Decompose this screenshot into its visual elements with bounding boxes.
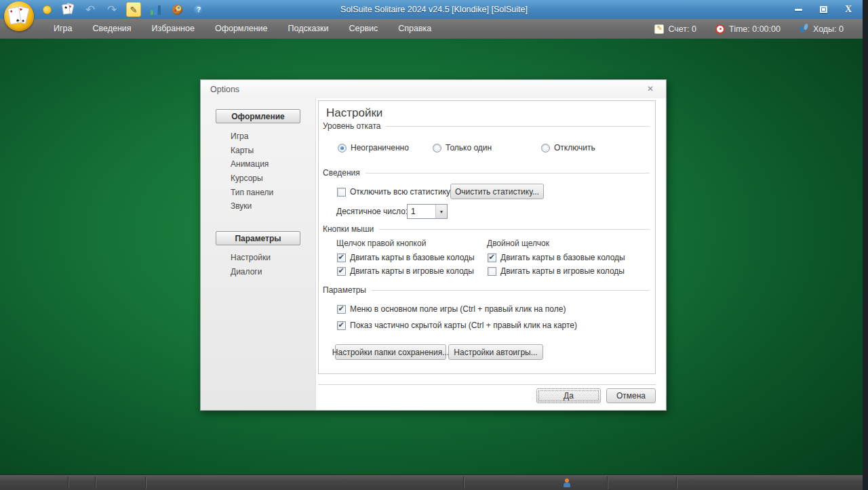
- autoplay-settings-button[interactable]: Настройки автоигры...: [448, 344, 543, 360]
- menu-statistics[interactable]: Сведения: [82, 19, 141, 39]
- radio-icon-selected: [338, 144, 347, 152]
- menu-service[interactable]: Сервис: [338, 19, 388, 39]
- app-logo: ♥♠ ♦♣: [4, 1, 34, 31]
- sidebar-item-animation[interactable]: Анимация: [231, 159, 269, 170]
- sidebar-item-cards[interactable]: Карты: [231, 146, 254, 157]
- cancel-button[interactable]: Отмена: [606, 388, 656, 403]
- settings-title: Настройки: [326, 106, 382, 120]
- checkbox-icon-checked: [337, 253, 346, 262]
- radio-icon: [541, 144, 550, 152]
- sidebar-item-dialogs[interactable]: Диалоги: [231, 267, 262, 278]
- dialog-sidebar: Оформление Игра Карты Анимация Курсоры Т…: [201, 98, 316, 410]
- menu-favorites[interactable]: Избранное: [142, 19, 205, 39]
- score-value: Счет: 0: [668, 24, 696, 34]
- sidebar-group-appearance[interactable]: Оформление: [216, 109, 300, 123]
- double-click-header: Двойной щелчок: [487, 239, 549, 248]
- sidebar-item-settings[interactable]: Настройки: [231, 253, 271, 264]
- statusbar-separator: [145, 476, 146, 489]
- menu-items: Игра Сведения Избранное Оформление Подск…: [0, 19, 441, 39]
- checkbox-disable-statistics[interactable]: Отключить всю статистику: [337, 186, 450, 197]
- footsteps-icon: [800, 24, 809, 34]
- restore-button[interactable]: [816, 3, 831, 16]
- radio-icon: [433, 144, 441, 152]
- radio-disable[interactable]: Отключить: [541, 142, 595, 153]
- player-icon: [563, 478, 571, 487]
- score-icon: ✎: [654, 24, 664, 34]
- radio-unlimited[interactable]: Неограниченно: [338, 142, 409, 153]
- right-click-header: Щелчок правой кнопкой: [336, 239, 426, 248]
- checkbox-icon-unchecked: [488, 267, 496, 276]
- sidebar-group-parameters[interactable]: Параметры: [216, 231, 300, 245]
- hud-stats: ✎ Счет: 0 Time: 0:00:00 Ходы: 0: [654, 19, 844, 39]
- checkbox-rc-tableau[interactable]: Двигать карты в игровые колоды: [337, 266, 474, 277]
- checkbox-icon-unchecked: [337, 188, 346, 197]
- restore-icon: [820, 6, 827, 13]
- chevron-down-icon[interactable]: ▼: [435, 205, 447, 218]
- decimal-number-dropdown[interactable]: 1 ▼: [407, 204, 448, 219]
- moves-display: Ходы: 0: [800, 24, 844, 34]
- section-statistics: Сведения: [323, 168, 650, 178]
- radio-only-one[interactable]: Только один: [433, 142, 492, 153]
- ok-button[interactable]: Да: [536, 388, 601, 403]
- screen-right-edge: [863, 0, 868, 490]
- checkbox-dc-tableau[interactable]: Двигать карты в игровые колоды: [488, 266, 625, 277]
- window-controls: X: [791, 0, 856, 19]
- checkbox-icon-checked: [488, 253, 496, 262]
- close-icon: X: [845, 4, 852, 15]
- section-undo-level: Уровень отката: [323, 121, 650, 131]
- time-value: Time: 0:00:00: [729, 24, 781, 34]
- statusbar-separator: [676, 476, 677, 489]
- status-bar: [0, 474, 868, 490]
- dialog-titlebar[interactable]: Options ✕: [201, 80, 666, 98]
- section-mouse-buttons-label: Кнопки мыши: [323, 224, 374, 234]
- clock-icon: [715, 24, 725, 34]
- settings-panel: Настройки Уровень отката Неограниченно Т…: [318, 100, 656, 374]
- window-titlebar: ♥ ♠ ↶ ↷ ✎ ? SolSuite Solitaire 2024 v24.…: [0, 0, 868, 19]
- section-mouse-buttons: Кнопки мыши: [323, 224, 650, 234]
- moves-value: Ходы: 0: [813, 24, 844, 34]
- statusbar-separator: [463, 476, 465, 489]
- menu-appearance[interactable]: Оформление: [205, 19, 278, 39]
- section-parameters-label: Параметры: [323, 285, 366, 295]
- dialog-close-button[interactable]: ✕: [644, 83, 656, 94]
- checkbox-icon-checked: [337, 305, 346, 314]
- menu-game[interactable]: Игра: [43, 19, 82, 39]
- sidebar-item-cursors[interactable]: Курсоры: [231, 173, 263, 184]
- window-title: SolSuite Solitaire 2024 v24.5 [Klondike]…: [0, 0, 868, 19]
- time-display: Time: 0:00:00: [715, 24, 781, 34]
- statusbar-separator: [68, 476, 69, 489]
- section-parameters: Параметры: [323, 285, 650, 295]
- checkbox-dc-foundation[interactable]: Двигать карты в базовые колоды: [488, 252, 625, 263]
- dialog-title: Options: [201, 85, 239, 94]
- footer-separator: [318, 384, 656, 385]
- statusbar-separator: [95, 476, 96, 489]
- dropdown-value: 1: [408, 205, 435, 218]
- menu-hints[interactable]: Подсказки: [278, 19, 339, 39]
- menu-help[interactable]: Справка: [388, 19, 441, 39]
- sidebar-item-panel-type[interactable]: Тип панели: [231, 188, 273, 199]
- section-undo-level-label: Уровень отката: [323, 121, 380, 131]
- checkbox-rc-foundation[interactable]: Двигать карты в базовые колоды: [337, 252, 475, 263]
- score-display: ✎ Счет: 0: [654, 24, 696, 34]
- clear-statistics-button[interactable]: Очистить статистику...: [450, 184, 544, 199]
- minimize-button[interactable]: [791, 3, 806, 16]
- close-button[interactable]: X: [841, 3, 856, 16]
- checkbox-field-menu[interactable]: Меню в основном поле игры (Ctrl + правый…: [337, 304, 566, 314]
- minimize-icon: [795, 9, 802, 11]
- decimal-number-label: Десятичное число:: [336, 207, 408, 216]
- options-dialog: Options ✕ Оформление Игра Карты Анимация…: [200, 79, 667, 411]
- section-statistics-label: Сведения: [323, 168, 360, 178]
- statusbar-separator: [607, 476, 608, 489]
- sidebar-item-game[interactable]: Игра: [231, 131, 248, 142]
- save-folder-settings-button[interactable]: Настройки папки сохранения...: [335, 344, 446, 360]
- checkbox-icon-checked: [337, 267, 346, 276]
- checkbox-peek-card[interactable]: Показ частично скрытой карты (Ctrl + пра…: [337, 320, 577, 331]
- checkbox-icon-checked: [337, 321, 346, 330]
- sidebar-item-sounds[interactable]: Звуки: [231, 201, 252, 212]
